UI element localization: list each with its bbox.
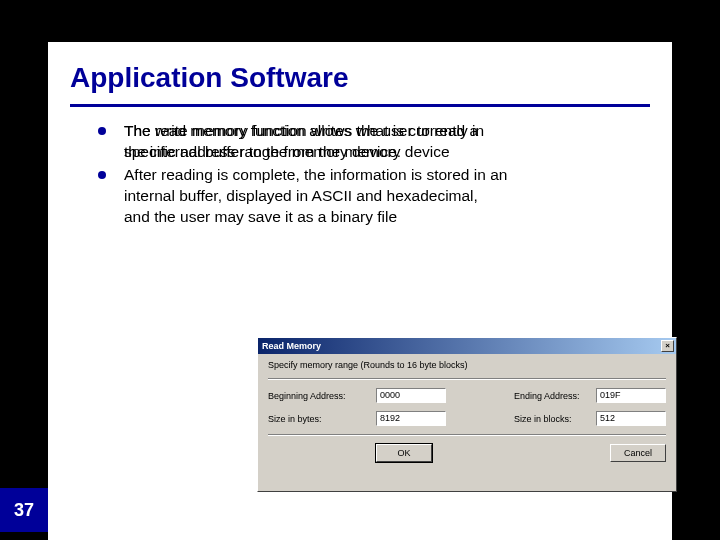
- dialog-body: Specify memory range (Rounds to 16 byte …: [258, 354, 676, 468]
- size-blocks-input[interactable]: 512: [596, 411, 666, 426]
- bullet-1: The read memory function allows the user…: [98, 121, 642, 163]
- slide-title: Application Software: [48, 42, 672, 100]
- close-icon[interactable]: ×: [661, 340, 674, 352]
- bullet-2-line3: and the user may save it as a binary fil…: [124, 208, 397, 225]
- button-row: OK Cancel: [268, 444, 666, 462]
- bullet-1-overlay-line1: The write memory function writes what is…: [124, 122, 484, 139]
- end-address-label: Ending Address:: [514, 391, 596, 401]
- instruction-label: Specify memory range (Rounds to 16 byte …: [268, 360, 468, 370]
- instruction-row: Specify memory range (Rounds to 16 byte …: [268, 360, 666, 370]
- read-memory-dialog: Read Memory × Specify memory range (Roun…: [257, 337, 677, 492]
- dialog-title: Read Memory: [262, 341, 321, 351]
- separator: [268, 378, 666, 380]
- page-number-badge: 37: [0, 488, 48, 532]
- size-row: Size in bytes: 8192 Size in blocks: 512: [268, 411, 666, 426]
- size-bytes-input[interactable]: 8192: [376, 411, 446, 426]
- end-address-input[interactable]: 019F: [596, 388, 666, 403]
- separator: [268, 434, 666, 436]
- bullet-2: After reading is complete, the informati…: [98, 165, 642, 228]
- bullet-2-text: After reading is complete, the informati…: [124, 165, 642, 228]
- bullet-icon: [98, 127, 106, 135]
- bullet-1-overlay-line2: the internal buffer to the memory device…: [124, 143, 401, 160]
- dialog-titlebar[interactable]: Read Memory ×: [258, 338, 676, 354]
- bullet-1-overlay: The write memory function writes what is…: [124, 121, 484, 163]
- address-row: Beginning Address: 0000 Ending Address: …: [268, 388, 666, 403]
- bullet-2-line2: internal buffer, displayed in ASCII and …: [124, 187, 478, 204]
- begin-address-input[interactable]: 0000: [376, 388, 446, 403]
- bullet-icon: [98, 171, 106, 179]
- size-blocks-label: Size in blocks:: [514, 414, 596, 424]
- bullet-1-text: The read memory function allows the user…: [124, 121, 642, 163]
- slide-body: The read memory function allows the user…: [48, 107, 672, 228]
- bullet-2-line1: After reading is complete, the informati…: [124, 166, 507, 183]
- begin-address-label: Beginning Address:: [268, 391, 376, 401]
- ok-button[interactable]: OK: [376, 444, 432, 462]
- size-bytes-label: Size in bytes:: [268, 414, 376, 424]
- cancel-button[interactable]: Cancel: [610, 444, 666, 462]
